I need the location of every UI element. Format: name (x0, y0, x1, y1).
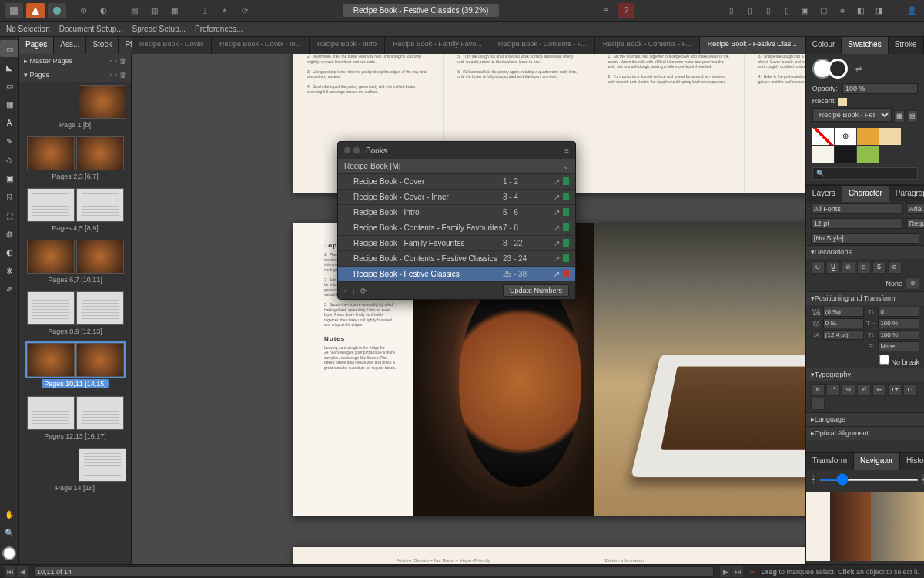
doc-tab[interactable]: Recipe Book - Contents - F... (595, 37, 700, 54)
shear-input[interactable] (878, 341, 919, 351)
ligatures-icon[interactable]: fi (811, 384, 825, 396)
move-chapter-icon[interactable]: ↕ (352, 287, 356, 295)
layers-tab[interactable]: Layers (806, 186, 842, 202)
stamp-tool-icon[interactable]: ❋ (0, 262, 18, 279)
update-numbers-button[interactable]: Update Numbers (503, 284, 569, 297)
ordinals-icon[interactable]: 1ª (826, 384, 840, 396)
swatches-tab[interactable]: Swatches (842, 37, 888, 54)
hscale-input[interactable] (878, 318, 919, 328)
chapter-open-icon[interactable]: ↗ (554, 254, 560, 263)
prev-page-icon[interactable]: ◀ (17, 566, 28, 577)
strike-color-icon[interactable]: ⊘ (888, 261, 902, 274)
font-family-select[interactable] (906, 203, 924, 214)
panel-menu-icon[interactable]: ≡ (564, 146, 569, 155)
shape-tool-icon[interactable]: ◇ (0, 151, 18, 168)
optical-header[interactable]: ▸ Optical Alignment (806, 426, 924, 440)
fields-icon[interactable]: ≡ (598, 3, 614, 18)
paragraph-tab[interactable]: Paragraph (889, 186, 924, 202)
kerning-input[interactable] (823, 318, 865, 328)
page-thumb[interactable]: Pages 2,3 [6,7] (24, 136, 126, 180)
app-photo-icon[interactable] (48, 3, 66, 18)
allcaps-icon[interactable]: TT (903, 384, 917, 396)
swatch[interactable] (857, 146, 879, 163)
page-thumb[interactable]: Pages 8,9 [12,13] (24, 291, 126, 335)
zoom-slider[interactable] (819, 479, 919, 481)
zoom-tool-icon[interactable]: 🔍 (0, 524, 18, 541)
stroke-tab[interactable]: Stroke (889, 37, 924, 54)
add-chapter-icon[interactable]: ▫ (344, 287, 347, 295)
more-icon[interactable]: ▫ (115, 57, 117, 65)
superscript-icon[interactable]: x² (857, 384, 871, 396)
swap-colors-icon[interactable]: ⇄ (855, 65, 862, 73)
last-page-icon[interactable]: ⏭ (732, 566, 743, 577)
book-chapter-row[interactable]: Recipe Book - Cover1 - 2↗ (338, 174, 575, 190)
navigator-tab[interactable]: Navigator (854, 453, 900, 470)
arrange-forward-icon[interactable]: ▯ (761, 3, 776, 18)
arrange-front-icon[interactable]: ▯ (779, 3, 795, 18)
baseline-icon[interactable]: ⌶ (197, 3, 213, 18)
swatch[interactable] (835, 146, 856, 163)
decorations-header[interactable]: ▾ Decorations (806, 245, 924, 259)
panel-close-icon[interactable] (344, 147, 350, 153)
book-chapter-row[interactable]: Recipe Book - Contents - Family Favourit… (338, 220, 575, 236)
chapter-open-icon[interactable]: ↗ (554, 177, 560, 186)
subscript-icon[interactable]: x₂ (872, 384, 886, 396)
align-left-icon[interactable]: ▤ (126, 3, 142, 18)
pen-tool-icon[interactable]: ✎ (0, 133, 18, 150)
page-thumb[interactable]: Pages 4,5 [8,9] (24, 188, 126, 232)
swatch-grid-icon[interactable]: ▦ (894, 110, 905, 123)
book-name[interactable]: Recipe Book [M] (344, 162, 400, 170)
navigator-preview[interactable] (806, 492, 924, 561)
vscale-input[interactable] (878, 330, 919, 340)
character-tab[interactable]: Character (842, 186, 889, 202)
double-strike-icon[interactable]: S̶ (872, 261, 886, 274)
group-icon[interactable]: ▣ (798, 3, 813, 18)
swatch[interactable] (879, 128, 901, 145)
add-master-icon[interactable]: ▫ (110, 57, 112, 65)
swatch-list-icon[interactable]: ▤ (907, 110, 918, 123)
anchor-icon[interactable]: ⎈ (835, 3, 850, 18)
character-style-select[interactable] (811, 233, 919, 244)
preflight-icon[interactable]: ◐ (95, 3, 111, 18)
page-thumb[interactable]: Pages 12,13 [16,17] (24, 396, 126, 440)
pages-tab[interactable]: Pages (19, 37, 54, 54)
transform-tab[interactable]: Transform (806, 453, 854, 470)
tracking-input[interactable] (823, 307, 865, 317)
zoom-out-icon[interactable]: − (811, 473, 816, 486)
move-tool-icon[interactable]: ▭ (0, 40, 18, 57)
chapter-open-icon[interactable]: ↗ (554, 270, 560, 278)
assets-tab[interactable]: Ass... (54, 37, 86, 54)
delete-master-icon[interactable]: 🗑 (119, 57, 126, 65)
table-tool-icon[interactable]: ▦ (0, 96, 18, 113)
font-style-select[interactable] (906, 218, 924, 229)
pages-thumbnails[interactable]: Page 1 [b]Pages 2,3 [6,7]Pages 4,5 [8,9]… (19, 82, 131, 564)
book-dropdown-icon[interactable]: ⌄ (563, 162, 569, 170)
nobreak-checkbox[interactable]: No break (879, 355, 919, 366)
page-thumb[interactable]: Page 1 [b] (24, 85, 126, 129)
spread-setup-link[interactable]: Spread Setup... (132, 25, 186, 33)
books-panel[interactable]: Books ≡ Recipe Book [M] ⌄ Recipe Book - … (337, 141, 576, 300)
doc-tab[interactable]: Recipe Book - Festive Clas... (700, 37, 805, 54)
history-tab[interactable]: History (900, 453, 924, 470)
settings-icon[interactable]: ⚙ (75, 3, 91, 18)
pages-header[interactable]: ▾ Pages ▫▫🗑 (19, 68, 131, 82)
sync-chapter-icon[interactable]: ⟳ (360, 287, 367, 295)
book-chapter-row[interactable]: Recipe Book - Intro5 - 6↗ (338, 205, 575, 220)
document-setup-link[interactable]: Document Setup... (59, 25, 123, 33)
strikethrough-icon[interactable]: S (857, 261, 871, 274)
add-page-icon[interactable]: ▫ (110, 71, 112, 79)
align-right-icon[interactable]: ▦ (166, 3, 182, 18)
app-designer-icon[interactable] (5, 3, 23, 18)
chapter-open-icon[interactable]: ↗ (554, 239, 560, 247)
doc-tab[interactable]: Recipe Book - Family Favo... (385, 37, 490, 54)
app-publisher-icon[interactable] (26, 3, 45, 18)
palette-select[interactable]: Recipe Book - Festive... (812, 108, 892, 122)
underline-icon[interactable]: U (811, 261, 825, 274)
books-panel-header[interactable]: Books ≡ (338, 142, 575, 159)
more-typo-icon[interactable]: … (811, 398, 825, 410)
doc-tab[interactable]: Recipe Book - Cover (132, 37, 212, 54)
zoom-in-icon[interactable]: + (922, 473, 924, 486)
fill-tool-icon[interactable]: ◍ (0, 225, 18, 242)
swatch[interactable] (812, 146, 834, 163)
typography-header[interactable]: ▾ Typography (806, 368, 924, 381)
